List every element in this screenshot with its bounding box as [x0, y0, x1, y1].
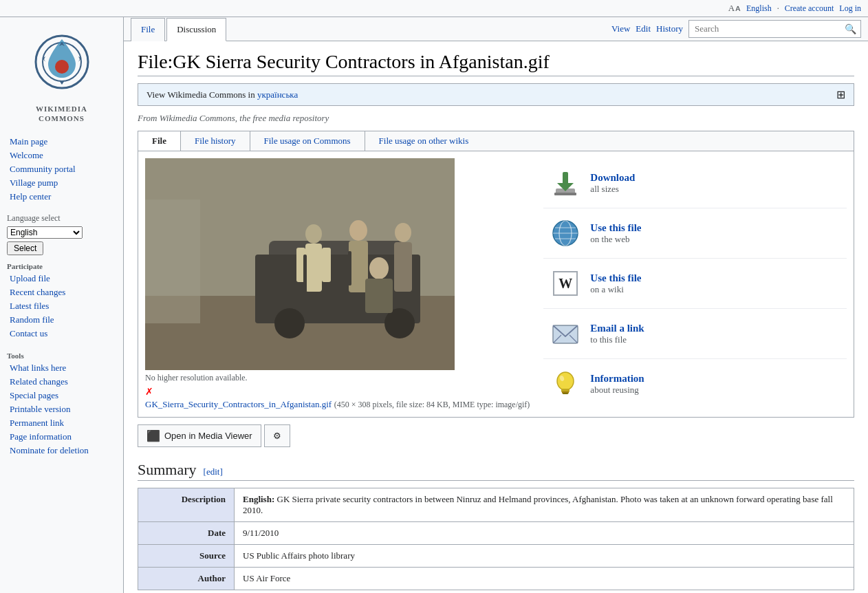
tools-section: Tools What links here Related changes Sp… [0, 347, 123, 457]
sidebar-item-random-file[interactable]: Random file [0, 313, 123, 327]
use-web-sub: on the web [590, 234, 641, 245]
use-web-text: Use this file on the web [590, 222, 641, 245]
use-web-title: Use this file [590, 222, 641, 234]
action-column: Download all sizes [543, 158, 847, 410]
action-use-web[interactable]: Use this file on the web [543, 208, 847, 259]
search-button[interactable]: 🔍 [843, 23, 858, 34]
lang-banner-icon: ⊞ [836, 88, 845, 101]
author-label: Author [138, 568, 235, 590]
language-icon: A ᴀ [728, 3, 741, 14]
main-content: File Discussion View Edit History 🔍 File… [124, 17, 868, 593]
tabs-right: View Edit History 🔍 [611, 20, 861, 41]
separator: · [777, 3, 779, 14]
sidebar-item-related-changes[interactable]: Related changes [0, 375, 123, 389]
sidebar-item-main-page[interactable]: Main page [0, 135, 123, 149]
svg-rect-26 [554, 193, 576, 195]
inner-tab-file-usage-commons[interactable]: File usage on Commons [250, 131, 365, 151]
source-label: Source [138, 545, 235, 568]
sidebar-nav: Main page Welcome Community portal Villa… [0, 135, 123, 204]
page-title: File:GK Sierra Security Contractors in A… [138, 51, 854, 76]
language-select-section: Language select English Deutsch Français… [0, 211, 123, 258]
sidebar-item-help-center[interactable]: Help center [0, 190, 123, 204]
lang-banner-link[interactable]: українська [257, 89, 298, 100]
login-link[interactable]: Log in [839, 3, 861, 14]
search-input[interactable] [692, 22, 843, 36]
tab-bar: File Discussion View Edit History 🔍 [124, 17, 868, 41]
description-label: Description [138, 488, 235, 522]
sidebar-item-page-information[interactable]: Page information [0, 430, 123, 444]
svg-rect-22 [145, 158, 455, 370]
svg-point-2 [55, 60, 69, 74]
file-details: (450 × 308 pixels, file size: 84 KB, MIM… [334, 400, 530, 409]
sidebar-item-what-links-here[interactable]: What links here [0, 361, 123, 375]
download-text: Download all sizes [590, 172, 635, 195]
table-row: Author US Air Force [138, 568, 854, 590]
sidebar-item-village-pump[interactable]: Village pump [0, 176, 123, 190]
use-wiki-text: Use this file on a wiki [590, 272, 641, 295]
media-viewer-settings-button[interactable]: ⚙ [264, 424, 290, 447]
email-sub: to this file [590, 334, 644, 345]
participate-section: Participate Upload file Recent changes L… [0, 258, 123, 341]
action-info[interactable]: Information about reusing [543, 359, 847, 409]
sidebar-item-permanent-link[interactable]: Permanent link [0, 416, 123, 430]
language-select-label: Language select [7, 213, 116, 224]
page-content: File:GK Sierra Security Contractors in A… [124, 41, 868, 593]
download-title: Download [590, 172, 635, 184]
inner-tab-file-history[interactable]: File history [181, 131, 250, 151]
summary-title-text: Summary [138, 461, 197, 479]
info-sub: about reusing [590, 385, 644, 396]
file-image[interactable] [145, 158, 455, 370]
language-select-button[interactable]: Select [7, 241, 43, 255]
layout: WIKIMEDIA COMMONS Main page Welcome Comm… [0, 17, 868, 593]
file-name-link[interactable]: GK_Sierra_Security_Contractors_in_Afgani… [145, 399, 332, 409]
action-email[interactable]: Email a link to this file [543, 309, 847, 359]
sidebar-item-contact-us[interactable]: Contact us [0, 327, 123, 341]
svg-rect-24 [563, 172, 568, 184]
info-table: Description English: GK Sierra private s… [138, 488, 854, 590]
sidebar-item-nominate-deletion[interactable]: Nominate for deletion [0, 444, 123, 457]
action-use-wiki[interactable]: W Use this file on a wiki [543, 259, 847, 309]
language-banner: View Wikimedia Commons in українська ⊞ [138, 83, 854, 106]
action-download[interactable]: Download all sizes [543, 158, 847, 208]
logo[interactable] [28, 31, 96, 100]
language-link[interactable]: English [746, 3, 772, 14]
globe-icon [549, 217, 582, 250]
tab-history[interactable]: History [656, 23, 683, 34]
sidebar-item-upload-file[interactable]: Upload file [0, 272, 123, 285]
summary-edit-link[interactable]: [edit] [204, 466, 223, 477]
info-title: Information [590, 373, 644, 385]
svg-point-35 [557, 372, 574, 390]
language-select[interactable]: English Deutsch Français Español [7, 226, 83, 239]
create-account-link[interactable]: Create account [785, 3, 834, 14]
file-image-column: No higher resolution available. ✗ GK_Sie… [145, 158, 530, 410]
sidebar-item-special-pages[interactable]: Special pages [0, 389, 123, 402]
table-row: Description English: GK Sierra private s… [138, 488, 854, 522]
email-icon [549, 317, 582, 350]
email-text: Email a link to this file [590, 323, 644, 345]
open-media-viewer-button[interactable]: ⬛ Open in Media Viewer [138, 424, 261, 447]
sidebar-item-welcome[interactable]: Welcome [0, 149, 123, 162]
media-viewer-label: Open in Media Viewer [164, 431, 252, 441]
media-viewer-bar: ⬛ Open in Media Viewer ⚙ [138, 424, 854, 447]
sidebar-item-community-portal[interactable]: Community portal [0, 162, 123, 176]
top-bar: A ᴀ English · Create account Log in [0, 0, 868, 17]
tab-edit[interactable]: Edit [636, 23, 651, 34]
tab-file[interactable]: File [131, 18, 165, 41]
sidebar-item-latest-files[interactable]: Latest files [0, 299, 123, 313]
inner-tab-file[interactable]: File [138, 131, 181, 151]
sidebar-item-printable-version[interactable]: Printable version [0, 402, 123, 416]
tabs-left: File Discussion [131, 17, 228, 41]
sidebar-item-recent-changes[interactable]: Recent changes [0, 285, 123, 299]
svg-rect-38 [563, 393, 568, 394]
source-value: US Public Affairs photo library [235, 545, 854, 568]
participate-label: Participate [0, 258, 123, 272]
no-higher-res: No higher resolution available. [145, 373, 530, 383]
file-image-inner [145, 158, 455, 370]
inner-tab-file-usage-other[interactable]: File usage on other wikis [365, 131, 483, 151]
logo-area: WIKIMEDIA COMMONS [0, 24, 123, 135]
email-title: Email a link [590, 323, 644, 334]
logo-title: WIKIMEDIA COMMONS [7, 104, 116, 124]
description-value: English: GK Sierra private security cont… [235, 488, 854, 522]
tab-view[interactable]: View [611, 23, 630, 34]
tab-discussion[interactable]: Discussion [166, 18, 226, 41]
